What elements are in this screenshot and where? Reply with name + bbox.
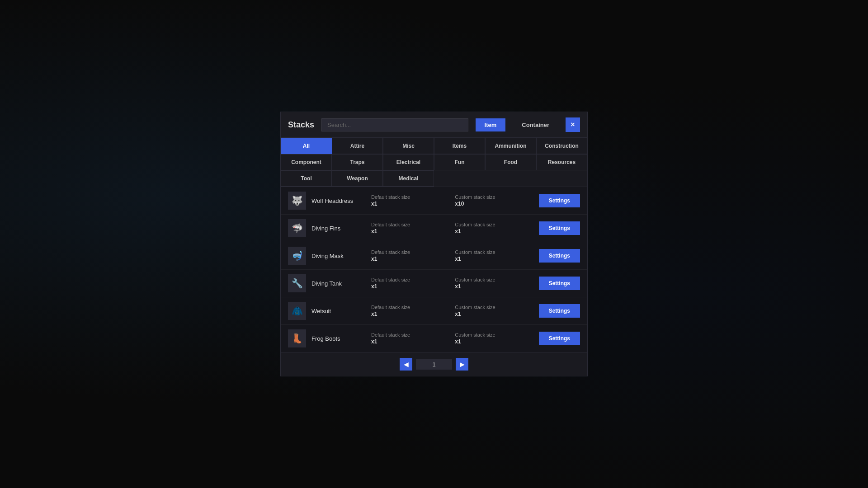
cat-traps[interactable]: Traps — [332, 154, 383, 170]
panel-title: Stacks — [288, 120, 314, 130]
default-stack-info: Default stack size x1 — [371, 305, 449, 317]
next-page-button[interactable]: ▶ — [456, 358, 468, 371]
custom-stack-value: x1 — [455, 228, 533, 235]
cat-resources[interactable]: Resources — [536, 154, 587, 170]
item-icon: 🤿 — [288, 247, 306, 265]
custom-stack-info: Custom stack size x1 — [455, 222, 533, 235]
cat-medical[interactable]: Medical — [383, 170, 434, 187]
custom-stack-label: Custom stack size — [455, 194, 533, 200]
item-row: 🤿 Diving Mask Default stack size x1 Cust… — [281, 242, 587, 270]
custom-stack-label: Custom stack size — [455, 249, 533, 255]
default-stack-info: Default stack size x1 — [371, 332, 449, 345]
default-stack-info: Default stack size x1 — [371, 277, 449, 290]
category-filters: All Attire Misc Items Ammunition Constru… — [281, 138, 587, 187]
pagination: ◀ 1 ▶ — [281, 352, 587, 376]
settings-button[interactable]: Settings — [539, 249, 580, 263]
stacks-panel: Stacks Item Container × All Attire Misc … — [280, 112, 588, 376]
cat-food[interactable]: Food — [485, 154, 536, 170]
default-stack-info: Default stack size x1 — [371, 249, 449, 262]
item-row: 🧥 Wetsuit Default stack size x1 Custom s… — [281, 297, 587, 325]
close-button[interactable]: × — [566, 117, 580, 132]
settings-button[interactable]: Settings — [539, 194, 580, 207]
cat-items[interactable]: Items — [434, 138, 485, 154]
search-input[interactable] — [321, 118, 468, 131]
cat-attire[interactable]: Attire — [332, 138, 383, 154]
item-icon: 👢 — [288, 329, 306, 347]
cat-construction[interactable]: Construction — [536, 138, 587, 154]
item-icon: 🦈 — [288, 219, 306, 237]
default-stack-info: Default stack size x1 — [371, 222, 449, 235]
item-name: Wetsuit — [311, 308, 366, 314]
custom-stack-value: x10 — [455, 201, 533, 207]
item-name: Diving Fins — [311, 225, 366, 232]
custom-stack-value: x1 — [455, 338, 533, 345]
custom-stack-value: x1 — [455, 256, 533, 262]
item-row: 🔧 Diving Tank Default stack size x1 Cust… — [281, 270, 587, 297]
prev-page-button[interactable]: ◀ — [400, 358, 412, 371]
custom-stack-value: x1 — [455, 311, 533, 317]
item-icon: 🧥 — [288, 302, 306, 320]
custom-stack-label: Custom stack size — [455, 222, 533, 227]
default-stack-value: x1 — [371, 338, 449, 345]
default-stack-value: x1 — [371, 228, 449, 235]
cat-tool[interactable]: Tool — [281, 170, 332, 187]
default-stack-value: x1 — [371, 311, 449, 317]
cat-fun[interactable]: Fun — [434, 154, 485, 170]
default-stack-label: Default stack size — [371, 277, 449, 282]
custom-stack-info: Custom stack size x1 — [455, 305, 533, 317]
settings-button[interactable]: Settings — [539, 332, 580, 345]
category-row-1: All Attire Misc Items Ammunition Constru… — [281, 138, 587, 154]
container-button[interactable]: Container — [513, 118, 558, 131]
cat-electrical[interactable]: Electrical — [383, 154, 434, 170]
custom-stack-label: Custom stack size — [455, 332, 533, 338]
category-row-2: Component Traps Electrical Fun Food Reso… — [281, 154, 587, 170]
settings-button[interactable]: Settings — [539, 221, 580, 235]
cat-misc[interactable]: Misc — [383, 138, 434, 154]
default-stack-label: Default stack size — [371, 249, 449, 255]
default-stack-label: Default stack size — [371, 305, 449, 310]
item-icon: 🐺 — [288, 192, 306, 210]
settings-button[interactable]: Settings — [539, 277, 580, 290]
default-stack-value: x1 — [371, 256, 449, 262]
item-row: 👢 Frog Boots Default stack size x1 Custo… — [281, 325, 587, 352]
item-name: Wolf Headdress — [311, 197, 366, 204]
item-row: 🐺 Wolf Headdress Default stack size x1 C… — [281, 187, 587, 215]
cat-ammunition[interactable]: Ammunition — [485, 138, 536, 154]
custom-stack-info: Custom stack size x1 — [455, 277, 533, 290]
default-stack-label: Default stack size — [371, 332, 449, 338]
item-name: Frog Boots — [311, 335, 366, 342]
cat-component[interactable]: Component — [281, 154, 332, 170]
custom-stack-info: Custom stack size x1 — [455, 332, 533, 345]
custom-stack-label: Custom stack size — [455, 277, 533, 282]
custom-stack-label: Custom stack size — [455, 305, 533, 310]
items-list: 🐺 Wolf Headdress Default stack size x1 C… — [281, 187, 587, 352]
panel-header: Stacks Item Container × — [281, 112, 587, 138]
category-row-3: Tool Weapon Medical — [281, 170, 587, 187]
custom-stack-info: Custom stack size x1 — [455, 249, 533, 262]
default-stack-label: Default stack size — [371, 222, 449, 227]
default-stack-label: Default stack size — [371, 194, 449, 200]
cat-all[interactable]: All — [281, 138, 332, 154]
page-number: 1 — [416, 359, 452, 370]
custom-stack-info: Custom stack size x10 — [455, 194, 533, 207]
item-name: Diving Mask — [311, 253, 366, 259]
default-stack-value: x1 — [371, 201, 449, 207]
default-stack-value: x1 — [371, 283, 449, 290]
custom-stack-value: x1 — [455, 283, 533, 290]
default-stack-info: Default stack size x1 — [371, 194, 449, 207]
item-row: 🦈 Diving Fins Default stack size x1 Cust… — [281, 215, 587, 242]
cat-weapon[interactable]: Weapon — [332, 170, 383, 187]
item-button[interactable]: Item — [476, 118, 506, 131]
settings-button[interactable]: Settings — [539, 304, 580, 318]
item-icon: 🔧 — [288, 274, 306, 292]
item-name: Diving Tank — [311, 280, 366, 287]
